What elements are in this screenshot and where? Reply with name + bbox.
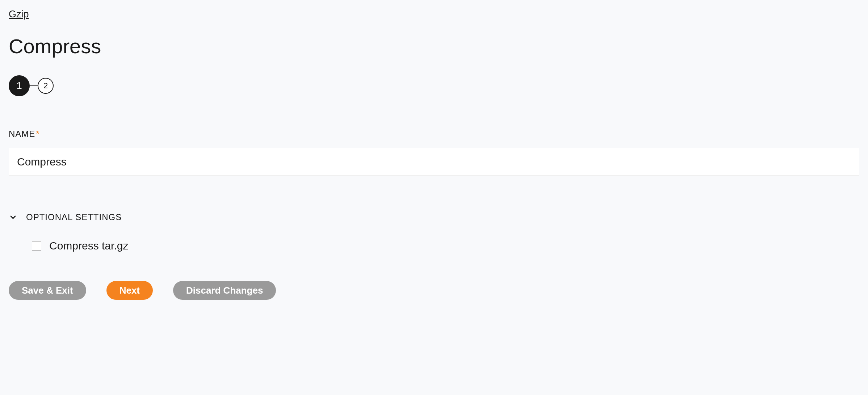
- name-label-text: NAME: [9, 129, 35, 139]
- breadcrumb-link[interactable]: Gzip: [9, 9, 29, 20]
- step-connector: [30, 85, 38, 86]
- optional-settings-toggle[interactable]: OPTIONAL SETTINGS: [9, 212, 859, 222]
- discard-changes-button[interactable]: Discard Changes: [173, 281, 276, 300]
- compress-targz-label: Compress tar.gz: [49, 240, 128, 252]
- name-label: NAME*: [9, 129, 859, 139]
- next-button[interactable]: Next: [106, 281, 153, 300]
- save-exit-button[interactable]: Save & Exit: [9, 281, 86, 300]
- button-row: Save & Exit Next Discard Changes: [9, 281, 859, 300]
- required-star-icon: *: [36, 129, 39, 139]
- name-input[interactable]: [9, 148, 859, 176]
- stepper: 1 2: [9, 75, 859, 96]
- optional-settings-label: OPTIONAL SETTINGS: [26, 212, 122, 222]
- chevron-down-icon: [9, 213, 17, 222]
- compress-targz-checkbox[interactable]: [32, 241, 41, 251]
- step-1[interactable]: 1: [9, 75, 30, 96]
- page-title: Compress: [9, 34, 859, 58]
- step-2[interactable]: 2: [38, 78, 54, 94]
- compress-targz-row: Compress tar.gz: [32, 240, 859, 252]
